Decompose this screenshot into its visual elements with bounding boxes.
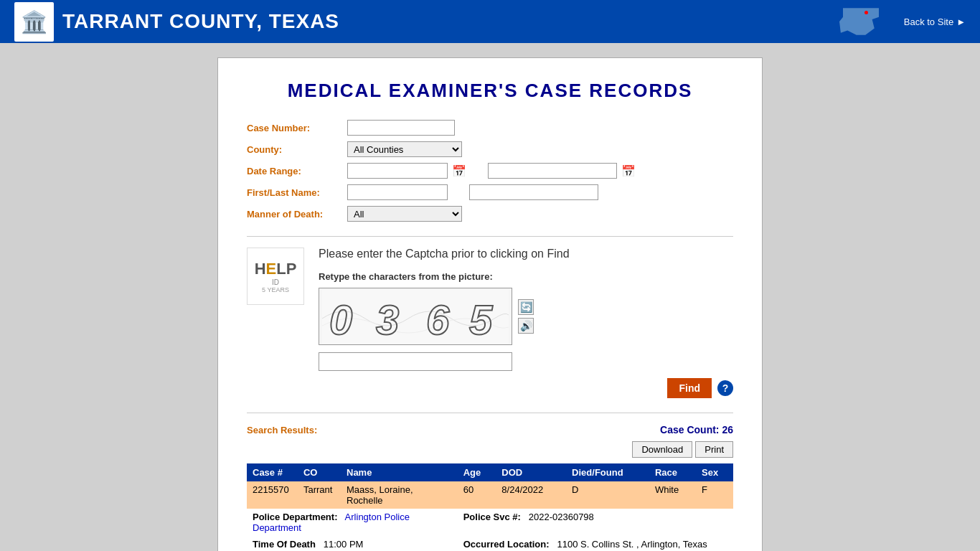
captcha-svg: 0 3 6 5 [322,290,509,344]
cell-age: 60 [458,481,496,509]
occurred-location-label: Occurred Location: [463,539,550,550]
cell-dod: 8/24/2022 [496,481,566,509]
calendar-to-icon[interactable]: 📅 [621,164,636,178]
back-to-site-link[interactable]: Back to Site ► [904,17,966,27]
table-body: 2215570 Tarrant Maass, Loraine, Rochelle… [247,481,733,551]
county-select[interactable]: All Counties Tarrant Dallas Collin Dento… [347,141,462,157]
col-dod: DOD [496,463,566,481]
find-button[interactable]: Find [667,378,712,398]
table-row: 2215570 Tarrant Maass, Loraine, Rochelle… [247,481,733,509]
detail-police-dept: Police Department: Arlington Police Depa… [247,509,458,536]
captcha-icons: 🔄 🔊 [518,299,534,334]
help-id-logo: HELP ID 5 YEARS [247,248,304,305]
results-table: Case # CO Name Age DOD Died/Found Race S… [247,463,733,551]
date-to-input[interactable] [488,163,617,179]
captcha-audio-button[interactable]: 🔊 [518,318,534,334]
results-divider [247,413,733,413]
date-range-row: Date Range: 📅 📅 [247,163,733,179]
cell-sex: F [696,481,733,509]
detail-row-time: Time Of Death 11:00 PM Occurred Location… [247,536,733,551]
name-row: First/Last Name: [247,184,733,200]
name-label: First/Last Name: [247,187,347,198]
captcha-label: Retype the characters from the picture: [319,271,733,282]
page-title: MEDICAL EXAMINER'S CASE RECORDS [247,80,733,102]
date-from-input[interactable] [347,163,448,179]
col-case-num: Case # [247,463,298,481]
county-label: County: [247,144,347,155]
find-row: Find ? [319,378,733,398]
calendar-from-icon[interactable]: 📅 [452,164,466,178]
form-divider [247,236,733,237]
col-race: Race [649,463,696,481]
table-header-row: Case # CO Name Age DOD Died/Found Race S… [247,463,733,481]
first-name-input[interactable] [347,184,448,200]
captcha-image-container: 0 3 6 5 🔄 🔊 [319,288,733,345]
captcha-refresh-button[interactable]: 🔄 [518,299,534,315]
col-name: Name [341,463,458,481]
header: 🏛️ TARRANT COUNTY, TEXAS Back to Site ► [0,0,980,43]
download-button[interactable]: Download [632,441,692,458]
cell-co: Tarrant [298,481,341,509]
table-header: Case # CO Name Age DOD Died/Found Race S… [247,463,733,481]
texas-map-icon [832,4,890,39]
search-results-label: Search Results: [247,425,317,435]
captcha-section: HELP ID 5 YEARS Please enter the Captcha… [247,248,733,398]
case-number-row: Case Number: [247,120,733,136]
case-count-value: 26 [722,424,733,435]
header-title: TARRANT COUNTY, TEXAS [62,10,339,33]
back-to-site-label: Back to Site [904,17,953,27]
date-range-label: Date Range: [247,166,347,176]
header-right: Back to Site ► [832,4,966,39]
police-svc-value: 2022-02360798 [529,512,594,522]
search-form: Case Number: County: All Counties Tarran… [247,120,733,222]
col-age: Age [458,463,496,481]
case-count: Case Count: 26 [660,424,733,435]
captcha-content: Please enter the Captcha prior to clicki… [319,248,733,398]
svg-text:0: 0 [329,296,352,343]
manner-of-death-label: Manner of Death: [247,209,347,220]
col-sex: Sex [696,463,733,481]
detail-time: Time Of Death 11:00 PM [247,536,458,551]
svg-text:3: 3 [376,296,399,343]
captcha-image: 0 3 6 5 [319,288,512,345]
cell-name: Maass, Loraine, Rochelle [341,481,458,509]
detail-police-svc: Police Svc #: 2022-02360798 [458,509,733,536]
svg-point-1 [864,11,868,14]
header-left: 🏛️ TARRANT COUNTY, TEXAS [14,2,339,42]
time-of-death-label: Time Of Death [253,539,316,550]
police-dept-label: Police Department: [253,512,337,522]
manner-of-death-row: Manner of Death: All Accident Homicide N… [247,206,733,222]
date-from-group: 📅 [347,163,466,179]
audio-icon: 🔊 [520,320,532,331]
case-number-input[interactable] [347,120,455,136]
main-container: MEDICAL EXAMINER'S CASE RECORDS Case Num… [217,57,763,551]
cell-case-num: 2215570 [247,481,298,509]
police-svc-label: Police Svc #: [463,512,521,522]
help-button[interactable]: ? [717,380,733,396]
last-name-input[interactable] [469,184,598,200]
refresh-icon: 🔄 [520,301,532,313]
col-died-found: Died/Found [566,463,649,481]
captcha-message: Please enter the Captcha prior to clicki… [319,248,733,260]
arrow-right-icon: ► [956,17,966,27]
header-logo: 🏛️ [14,2,54,42]
svg-text:6: 6 [426,296,450,343]
svg-text:5: 5 [469,296,493,343]
time-of-death-value: 11:00 PM [324,539,364,550]
case-count-label: Case Count: [660,424,719,435]
captcha-input[interactable] [319,352,512,371]
cell-died-found: D [566,481,649,509]
manner-of-death-select[interactable]: All Accident Homicide Natural Suicide Un… [347,206,462,222]
case-number-label: Case Number: [247,123,347,133]
cell-race: White [649,481,696,509]
svg-marker-0 [839,8,879,35]
date-to-group: 📅 [488,163,636,179]
county-row: County: All Counties Tarrant Dallas Coll… [247,141,733,157]
print-button[interactable]: Print [695,441,733,458]
col-co: CO [298,463,341,481]
detail-row-police: Police Department: Arlington Police Depa… [247,509,733,536]
results-buttons: Download Print [247,441,733,458]
results-header: Search Results: Case Count: 26 [247,424,733,435]
question-mark-icon: ? [722,382,729,394]
detail-occurred-loc: Occurred Location: 1100 S. Collins St. ,… [458,536,733,551]
